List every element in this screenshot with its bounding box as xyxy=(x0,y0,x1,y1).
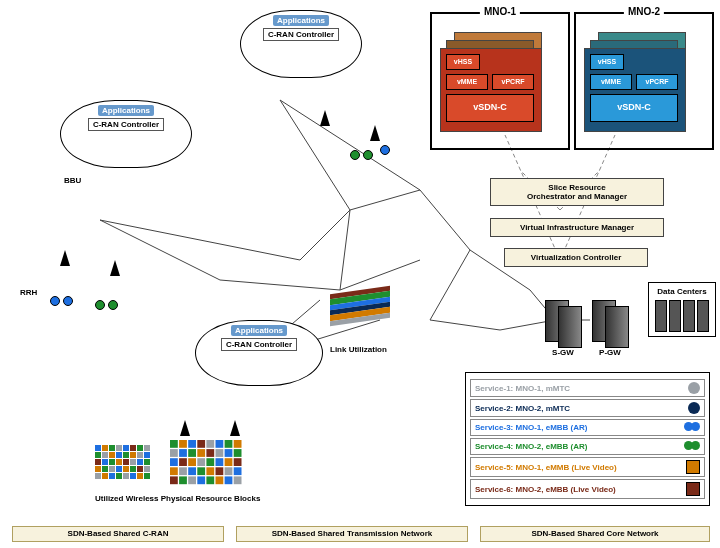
cloud-bottom: Applications C-RAN Controller xyxy=(195,320,323,386)
rrh-tower-icon xyxy=(230,420,240,436)
mno1-vmme: vMME xyxy=(446,74,488,90)
cloud-top: Applications C-RAN Controller xyxy=(240,10,362,78)
rrh-tower-icon xyxy=(370,125,380,141)
mno2-vpcrf: vPCRF xyxy=(636,74,678,90)
ue-icon xyxy=(380,145,390,155)
cloud-bottom-ctrl: C-RAN Controller xyxy=(221,338,297,351)
ue-icon xyxy=(350,150,360,160)
dots-blue-icon xyxy=(684,422,700,433)
cloud-top-ctrl: C-RAN Controller xyxy=(263,28,339,41)
mno2-vhss: vHSS xyxy=(590,54,624,70)
legend-row: Service-3: MNO-1, eMBB (AR) xyxy=(470,419,705,436)
cloud-bottom-apps: Applications xyxy=(231,325,287,336)
svg-line-9 xyxy=(420,190,470,250)
mno1-vsdn: vSDN-C xyxy=(446,94,534,122)
mno-2-box: MNO-2 vHSS vMME vPCRF vSDN-C xyxy=(574,12,714,150)
link-util-label: Link Utilization xyxy=(330,345,387,354)
prb-grid xyxy=(170,440,242,484)
svg-line-7 xyxy=(340,210,350,290)
pgw-icon xyxy=(605,306,629,348)
data-center-box: Data Centers xyxy=(648,282,716,337)
svg-line-12 xyxy=(430,320,500,330)
prb-label: Utilized Wireless Physical Resource Bloc… xyxy=(95,494,295,503)
tree-gray-icon xyxy=(688,382,700,394)
cloud-left-apps: Applications xyxy=(98,105,154,116)
cube-orange-icon xyxy=(686,460,700,474)
mno2-vmme: vMME xyxy=(590,74,632,90)
ue-icon xyxy=(63,296,73,306)
link-utilization-block xyxy=(330,286,390,326)
service-legend: Service-1: MNO-1, mMTC Service-2: MNO-2,… xyxy=(465,372,710,506)
mno-2-title: MNO-2 xyxy=(624,6,664,17)
svg-line-3 xyxy=(280,100,420,190)
legend-row: Service-5: MNO-1, eMMB (Live Video) xyxy=(470,457,705,477)
cube-brown-icon xyxy=(686,482,700,496)
rrh-label: RRH xyxy=(20,288,37,297)
legend-row: Service-2: MNO-2, mMTC xyxy=(470,399,705,417)
cloud-top-apps: Applications xyxy=(273,15,329,26)
svg-line-2 xyxy=(280,100,350,210)
dots-green-icon xyxy=(684,441,700,452)
ue-icon xyxy=(50,296,60,306)
vc-box: Virtualization Controller xyxy=(504,248,648,267)
ue-icon xyxy=(108,300,118,310)
svg-line-6 xyxy=(350,190,420,210)
rrh-tower-icon xyxy=(320,110,330,126)
svg-line-17 xyxy=(300,210,350,260)
vim-box: Virtual Infrastructure Manager xyxy=(490,218,664,237)
bbu-label: BBU xyxy=(64,176,81,185)
legend-row: Service-6: MNO-2, eMBB (Live Video) xyxy=(470,479,705,499)
sdn-trans-bar: SDN-Based Shared Transmission Network xyxy=(236,526,468,542)
rrh-tower-icon xyxy=(110,260,120,276)
mno-1-title: MNO-1 xyxy=(480,6,520,17)
prb-grid xyxy=(95,445,150,479)
sgw-label: S-GW xyxy=(543,348,583,357)
pgw-label: P-GW xyxy=(590,348,630,357)
sdn-core-bar: SDN-Based Shared Core Network xyxy=(480,526,710,542)
mno2-vsdn: vSDN-C xyxy=(590,94,678,122)
sdn-cran-bar: SDN-Based Shared C-RAN xyxy=(12,526,224,542)
mno1-vpcrf: vPCRF xyxy=(492,74,534,90)
ue-icon xyxy=(95,300,105,310)
cloud-left: Applications C-RAN Controller xyxy=(60,100,192,168)
rrh-tower-icon xyxy=(60,250,70,266)
sgw-icon xyxy=(558,306,582,348)
svg-line-1 xyxy=(100,220,300,260)
dc-label: Data Centers xyxy=(657,287,706,296)
legend-row: Service-4: MNO-2, eMBB (AR) xyxy=(470,438,705,455)
mno-1-box: MNO-1 vHSS vMME vPCRF vSDN-C xyxy=(430,12,570,150)
rrh-tower-icon xyxy=(180,420,190,436)
tree-dark-icon xyxy=(688,402,700,414)
svg-line-16 xyxy=(220,280,340,290)
slice-orchestrator-box: Slice Resource Orchestrator and Manager xyxy=(490,178,664,206)
mno1-vhss: vHSS xyxy=(446,54,480,70)
svg-line-10 xyxy=(430,250,470,320)
cloud-left-ctrl: C-RAN Controller xyxy=(88,118,164,131)
ue-icon xyxy=(363,150,373,160)
svg-line-8 xyxy=(340,260,420,290)
legend-row: Service-1: MNO-1, mMTC xyxy=(470,379,705,397)
